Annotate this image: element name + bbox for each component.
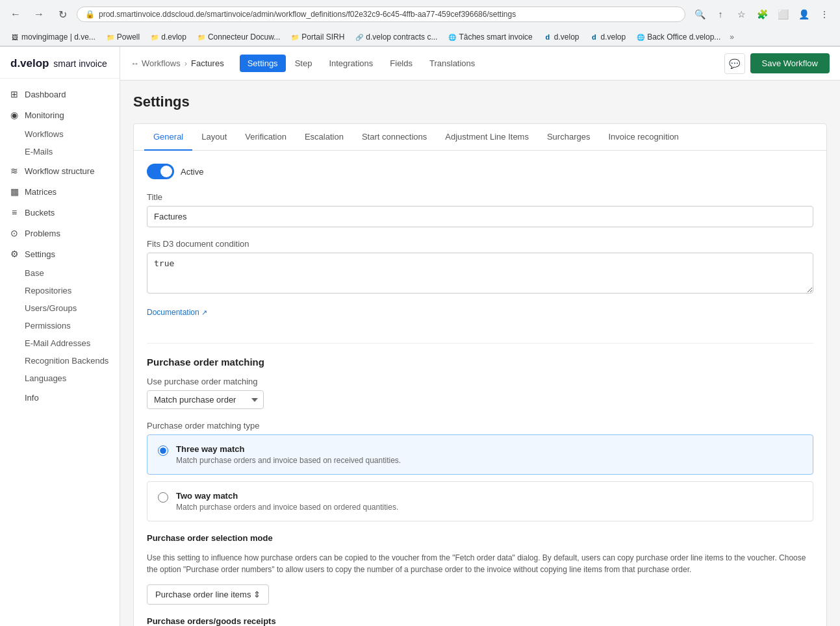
- bookmark-powell[interactable]: 📁 Powell: [102, 31, 144, 43]
- section-separator: [147, 343, 813, 344]
- lock-icon: 🔒: [85, 10, 95, 19]
- bookmark-star-icon[interactable]: ☆: [732, 5, 750, 23]
- settings-tab-general[interactable]: General: [144, 124, 192, 151]
- extension-icon[interactable]: 🧩: [753, 5, 771, 23]
- title-input[interactable]: [147, 206, 813, 227]
- workflow-nav-icon: ↔: [131, 58, 139, 68]
- workflows-breadcrumb-link: Workflows: [142, 58, 181, 68]
- bookmark-dvelop1[interactable]: d d.velop: [539, 31, 583, 43]
- settings-tab-surcharges[interactable]: Surcharges: [538, 124, 599, 151]
- settings-tab-escalation[interactable]: Escalation: [296, 124, 353, 151]
- sidebar-item-matrices[interactable]: ▦ Matrices: [0, 181, 120, 202]
- bookmark-favicon: 🔗: [355, 32, 364, 42]
- top-nav-left: ↔ Workflows › Factures Settings Step Int…: [131, 55, 483, 72]
- goods-receipts-group: Purchase orders/goods receipts Use this …: [147, 616, 813, 626]
- bookmark-favicon: 🌐: [448, 32, 457, 42]
- sidebar-item-label: Settings: [25, 249, 55, 259]
- bookmark-contracts[interactable]: 🔗 d.velop contracts c...: [351, 31, 441, 43]
- bookmark-taches[interactable]: 🌐 Tâches smart invoice: [444, 31, 536, 43]
- sidebar-item-settings[interactable]: ⚙ Settings: [0, 244, 120, 264]
- sidebar-item-monitoring[interactable]: ◉ Monitoring: [0, 105, 120, 125]
- bookmark-label: Back Office d.velop...: [647, 32, 720, 42]
- share-icon[interactable]: ↑: [711, 5, 730, 23]
- po-selection-mode-desc: Use this setting to influence how purcha…: [147, 552, 813, 575]
- sidebar-item-label: Workflow structure: [25, 166, 94, 176]
- bookmark-favicon: 📁: [150, 32, 159, 42]
- documentation-link[interactable]: Documentation ↗: [147, 308, 207, 317]
- tab-settings[interactable]: Settings: [240, 55, 286, 72]
- sidebar-item-workflow-structure[interactable]: ≋ Workflow structure: [0, 160, 120, 181]
- settings-tab-invoice-recognition[interactable]: Invoice recognition: [599, 124, 687, 151]
- sidebar-navigation: ⊞ Dashboard ◉ Monitoring Workflows E-Mai…: [0, 79, 120, 413]
- sidebar-item-repositories[interactable]: Repositories: [0, 282, 120, 299]
- bookmark-label: Connecteur Docuw...: [208, 32, 280, 42]
- settings-tab-adjustment-line-items[interactable]: Adjustment Line Items: [436, 124, 538, 151]
- bookmark-backoffice[interactable]: 🌐 Back Office d.velop...: [632, 31, 724, 43]
- sidebar-item-problems[interactable]: ⊙ Problems: [0, 223, 120, 244]
- workflow-structure-icon: ≋: [9, 166, 19, 176]
- sidebar-item-workflows[interactable]: Workflows: [0, 125, 120, 143]
- sidebar-item-permissions[interactable]: Permissions: [0, 317, 120, 334]
- two-way-radio[interactable]: [158, 492, 168, 503]
- bookmark-favicon: 🌐: [636, 32, 645, 42]
- more-bookmarks[interactable]: »: [727, 31, 737, 43]
- sidebar-item-label: Monitoring: [25, 110, 64, 120]
- goods-receipts-label: Purchase orders/goods receipts: [147, 616, 813, 626]
- fits-d3-textarea[interactable]: true: [147, 253, 813, 294]
- back-button[interactable]: ←: [6, 5, 25, 23]
- bookmark-label: Powell: [117, 32, 140, 42]
- three-way-match-option[interactable]: Three way match Match purchase orders an…: [147, 434, 813, 475]
- settings-tab-verification[interactable]: Verification: [236, 124, 296, 151]
- sidebar-item-base[interactable]: Base: [0, 264, 120, 282]
- menu-icon[interactable]: ⋮: [815, 5, 834, 23]
- save-workflow-button[interactable]: Save Workflow: [750, 53, 830, 73]
- bookmark-connecteur[interactable]: 📁 Connecteur Docuw...: [193, 31, 284, 43]
- chat-icon-button[interactable]: 💬: [724, 53, 745, 74]
- settings-tab-layout[interactable]: Layout: [192, 124, 236, 151]
- profile-icon[interactable]: 👤: [795, 5, 813, 23]
- search-icon[interactable]: 🔍: [691, 5, 709, 23]
- two-way-content: Two way match Match purchase orders and …: [176, 491, 398, 512]
- buckets-icon: ≡: [9, 207, 19, 218]
- window-icon[interactable]: ⬜: [774, 5, 792, 23]
- bookmark-movingimage[interactable]: 🖼 movingimage | d.ve...: [6, 31, 99, 43]
- fits-d3-label: Fits D3 document condition: [147, 239, 813, 249]
- sidebar-item-languages[interactable]: Languages: [0, 369, 120, 387]
- three-way-radio[interactable]: [158, 445, 168, 456]
- sidebar-item-emails[interactable]: E-Mails: [0, 143, 120, 160]
- top-nav-tabs: Settings Step Integrations Fields Transl…: [240, 55, 483, 72]
- purchase-order-section: Purchase order matching Use purchase ord…: [147, 357, 813, 626]
- settings-tab-start-connections[interactable]: Start connections: [353, 124, 436, 151]
- sidebar-item-email-addresses[interactable]: E-Mail Addresses: [0, 334, 120, 352]
- po-selection-mode-button[interactable]: Purchase order line items ⇕: [147, 584, 269, 605]
- po-selection-mode-label: Purchase order selection mode: [147, 533, 813, 543]
- bookmark-label: movingimage | d.ve...: [21, 32, 95, 42]
- active-toggle[interactable]: [147, 164, 174, 179]
- sidebar-item-dashboard[interactable]: ⊞ Dashboard: [0, 84, 120, 105]
- sidebar-item-users-groups[interactable]: Users/Groups: [0, 299, 120, 317]
- address-bar[interactable]: 🔒 prod.smartinvoice.ddscloud.de/smartinv…: [77, 6, 685, 22]
- tab-translations[interactable]: Translations: [422, 55, 483, 72]
- bookmark-devlop[interactable]: 📁 d.evlop: [146, 31, 190, 43]
- tab-integrations[interactable]: Integrations: [321, 55, 381, 72]
- bookmarks-bar: 🖼 movingimage | d.ve... 📁 Powell 📁 d.evl…: [0, 29, 840, 46]
- bookmark-label: d.velop contracts c...: [366, 32, 437, 42]
- tab-fields[interactable]: Fields: [382, 55, 420, 72]
- matrices-icon: ▦: [9, 186, 19, 197]
- sidebar-item-buckets[interactable]: ≡ Buckets: [0, 202, 120, 223]
- reload-button[interactable]: ↻: [53, 5, 71, 23]
- tab-step[interactable]: Step: [287, 55, 320, 72]
- bookmark-portail[interactable]: 📁 Portail SIRH: [286, 31, 348, 43]
- sidebar-item-recognition-backends[interactable]: Recognition Backends: [0, 352, 120, 369]
- po-matching-select[interactable]: Match purchase orderNo matchingOptional …: [147, 390, 264, 409]
- info-icon: [9, 392, 19, 403]
- sidebar-item-info[interactable]: Info: [0, 387, 120, 408]
- two-way-match-option[interactable]: Two way match Match purchase orders and …: [147, 481, 813, 521]
- forward-button[interactable]: →: [30, 5, 48, 23]
- bookmark-label: d.velop: [554, 32, 579, 42]
- bookmark-dvelop2[interactable]: d d.velop: [585, 31, 630, 43]
- settings-icon: ⚙: [9, 249, 19, 259]
- sidebar-item-label: Buckets: [25, 208, 55, 218]
- workflows-icon[interactable]: ↔ Workflows: [131, 58, 181, 68]
- bookmark-favicon: 📁: [197, 32, 206, 42]
